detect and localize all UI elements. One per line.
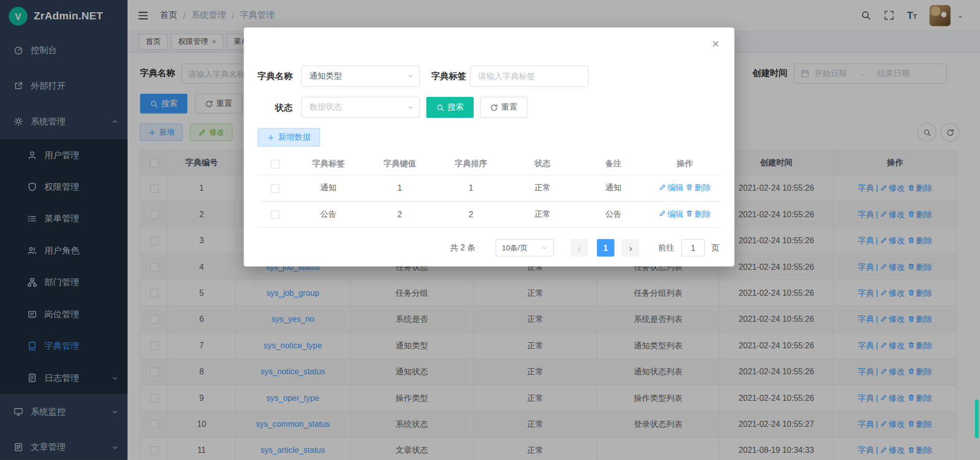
value-cell: 1 (364, 175, 435, 201)
pagination-total: 共 2 条 (450, 239, 476, 257)
chevron-down-icon (407, 104, 414, 111)
dialog-table-row: 公告22正常公告编辑 删除 (257, 201, 720, 227)
select-placeholder: 数据状态 (309, 101, 342, 113)
page-size-select[interactable]: 10条/页 (496, 239, 554, 257)
dialog-add-data-button[interactable]: 新增数据 (257, 128, 320, 147)
plus-icon (267, 133, 275, 141)
status-cell: 正常 (507, 201, 578, 227)
row-edit-link[interactable]: 编辑 (658, 183, 683, 192)
row-edit-link[interactable]: 编辑 (658, 209, 683, 218)
dialog-reset-button[interactable]: 重置 (480, 97, 527, 118)
page-number-button[interactable]: 1 (597, 239, 614, 257)
dialog-table-row: 通知11正常通知编辑 删除 (257, 175, 720, 201)
dialog-dict-data-table: 字典标签字典键值字典排序状态备注操作通知11正常通知编辑 删除公告22正常公告编… (257, 152, 720, 227)
column-header: 字典键值 (364, 152, 435, 175)
chevron-down-icon (541, 244, 548, 252)
column-header: 操作 (649, 152, 721, 175)
dialog-dict-label-input[interactable] (470, 65, 589, 87)
column-header: 字典标签 (292, 152, 364, 175)
dialog-dict-name-select[interactable]: 通知类型 (301, 65, 420, 87)
row-checkbox[interactable] (271, 210, 279, 219)
label-cell: 通知 (292, 175, 364, 201)
column-header: 备注 (578, 152, 649, 175)
trash-icon (686, 210, 694, 217)
prev-page-button[interactable]: ‹ (571, 239, 588, 257)
close-icon[interactable]: × (712, 37, 719, 49)
select-all-header (257, 152, 292, 175)
value-cell: 2 (364, 201, 435, 227)
column-header: 状态 (507, 152, 578, 175)
dict-data-dialog: × 字典名称 通知类型 字典标签 状态 数据状态 搜索 重置 新增数据 字典标签… (244, 28, 734, 267)
page-unit: 页 (711, 239, 719, 257)
row-delete-link[interactable]: 删除 (686, 209, 711, 218)
pagination: 共 2 条 10条/页 ‹ 1 › 前往 页 (244, 239, 734, 257)
ops-cell: 编辑 删除 (649, 201, 721, 227)
label-cell: 公告 (292, 201, 364, 227)
row-checkbox[interactable] (271, 184, 279, 193)
dialog-search-button[interactable]: 搜索 (426, 97, 474, 118)
dialog-dict-name-label: 字典名称 (257, 65, 292, 87)
ops-cell: 编辑 删除 (649, 175, 721, 201)
trash-icon (686, 184, 694, 191)
page-size-value: 10条/页 (502, 242, 527, 253)
row-checkbox-cell (257, 175, 292, 201)
scrollbar-thumb[interactable] (975, 399, 978, 438)
select-all-checkbox[interactable] (271, 160, 279, 168)
dialog-status-select[interactable]: 数据状态 (301, 97, 420, 118)
goto-page-input[interactable] (681, 239, 705, 257)
column-header: 字典排序 (435, 152, 507, 175)
app-window: V ZrAdmin.NET 控制台外部打开系统管理用户管理权限管理菜单管理用户角… (0, 0, 980, 460)
remark-cell: 公告 (578, 201, 649, 227)
chevron-down-icon (407, 72, 414, 80)
edit-icon (658, 210, 666, 217)
sort-cell: 2 (435, 201, 507, 227)
goto-label: 前往 (658, 239, 674, 257)
next-page-button[interactable]: › (622, 239, 639, 257)
dialog-dict-label-label: 字典标签 (431, 65, 467, 87)
refresh-icon (490, 104, 498, 112)
row-delete-link[interactable]: 删除 (686, 183, 711, 192)
remark-cell: 通知 (578, 175, 649, 201)
edit-icon (658, 184, 666, 191)
search-icon (436, 104, 445, 112)
status-cell: 正常 (507, 175, 578, 201)
selected-value: 通知类型 (309, 70, 342, 82)
row-checkbox-cell (257, 201, 292, 227)
sort-cell: 1 (435, 175, 507, 201)
dialog-status-label: 状态 (257, 97, 292, 118)
